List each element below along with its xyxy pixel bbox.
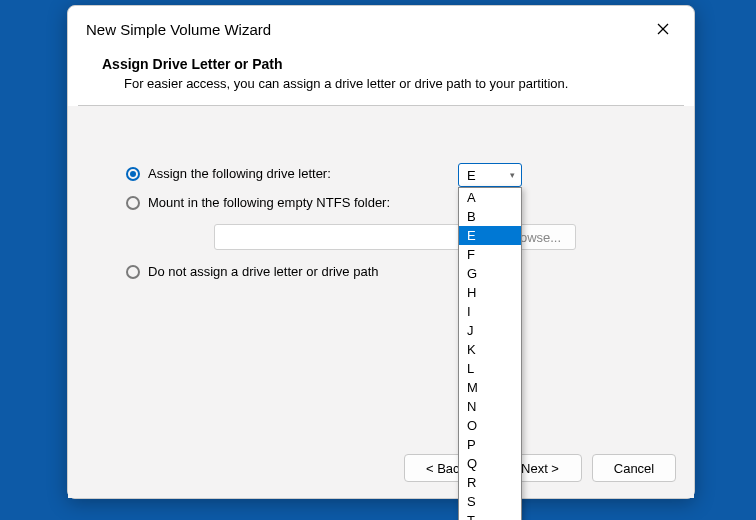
dropdown-item[interactable]: H (459, 283, 521, 302)
page-heading: Assign Drive Letter or Path (102, 56, 660, 72)
dropdown-item[interactable]: K (459, 340, 521, 359)
dropdown-item[interactable]: S (459, 492, 521, 511)
titlebar: New Simple Volume Wizard (68, 6, 694, 50)
dropdown-item[interactable]: B (459, 207, 521, 226)
dialog-body: Assign the following drive letter: Mount… (68, 106, 694, 442)
drive-letter-dropdown[interactable]: ABEFGHIJKLMNOPQRSTU (458, 187, 522, 520)
dropdown-item[interactable]: F (459, 245, 521, 264)
drive-letter-select[interactable]: E ▾ (458, 163, 522, 187)
option-label: Assign the following drive letter: (148, 166, 331, 181)
option-assign-letter[interactable]: Assign the following drive letter: (126, 166, 656, 181)
dropdown-item[interactable]: O (459, 416, 521, 435)
radio-icon (126, 196, 140, 210)
option-mount-folder[interactable]: Mount in the following empty NTFS folder… (126, 195, 656, 210)
select-value: E (467, 168, 476, 183)
dropdown-item[interactable]: L (459, 359, 521, 378)
folder-input-row: Browse... (214, 224, 656, 250)
dropdown-item[interactable]: I (459, 302, 521, 321)
page-subheading: For easier access, you can assign a driv… (102, 76, 660, 91)
wizard-dialog: New Simple Volume Wizard Assign Drive Le… (67, 5, 695, 499)
header-area: Assign Drive Letter or Path For easier a… (68, 50, 694, 105)
option-label: Do not assign a drive letter or drive pa… (148, 264, 379, 279)
cancel-button[interactable]: Cancel (592, 454, 676, 482)
dropdown-item[interactable]: P (459, 435, 521, 454)
close-button[interactable] (650, 16, 676, 42)
dropdown-item[interactable]: N (459, 397, 521, 416)
dropdown-item[interactable]: M (459, 378, 521, 397)
dropdown-item[interactable]: A (459, 188, 521, 207)
button-label: Next > (521, 461, 559, 476)
chevron-down-icon: ▾ (510, 170, 515, 180)
radio-icon (126, 167, 140, 181)
dropdown-item[interactable]: E (459, 226, 521, 245)
dropdown-item[interactable]: G (459, 264, 521, 283)
button-label: Cancel (614, 461, 654, 476)
dropdown-item[interactable]: J (459, 321, 521, 340)
option-label: Mount in the following empty NTFS folder… (148, 195, 390, 210)
dropdown-item[interactable]: R (459, 473, 521, 492)
close-icon (657, 23, 669, 35)
dialog-title: New Simple Volume Wizard (86, 21, 271, 38)
dropdown-item[interactable]: Q (459, 454, 521, 473)
dialog-footer: < Back Next > Cancel (68, 442, 694, 498)
option-no-letter[interactable]: Do not assign a drive letter or drive pa… (126, 264, 656, 279)
dropdown-item[interactable]: T (459, 511, 521, 520)
folder-path-input[interactable] (214, 224, 482, 250)
radio-icon (126, 265, 140, 279)
